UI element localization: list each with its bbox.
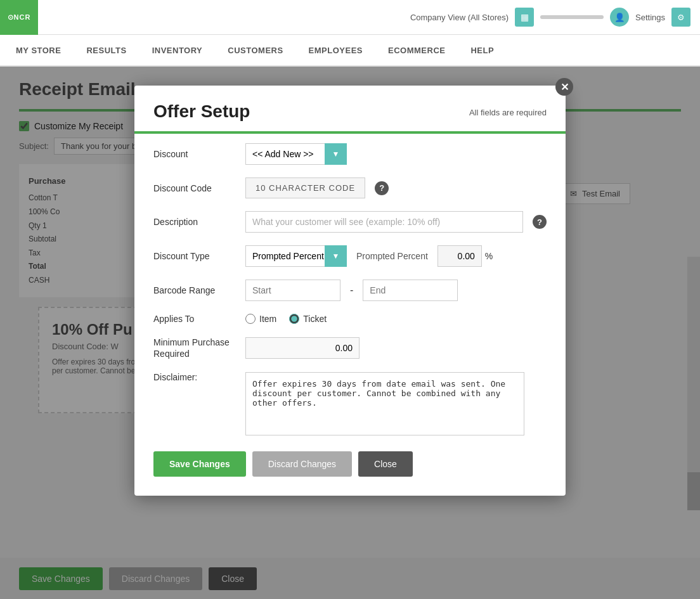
nav-item-employees[interactable]: EMPLOYEES	[306, 36, 366, 65]
modal-save-button[interactable]: Save Changes	[153, 451, 246, 477]
nav-item-my-store[interactable]: MY STORE	[13, 36, 64, 65]
discount-select[interactable]: << Add New >>	[245, 143, 347, 165]
top-bar: ⊙NCR Company View (All Stores) ▦ 👤 Setti…	[0, 0, 700, 35]
nav-item-results[interactable]: RESULTS	[83, 36, 129, 65]
prompted-percent-input[interactable]	[438, 245, 482, 267]
discount-type-row: Discount Type Prompted PercentFixed Amou…	[153, 245, 547, 267]
form-area: Discount << Add New >> ▼ Discount Code 1…	[134, 143, 566, 435]
minimum-purchase-row: Minimum Purchase Required	[153, 337, 547, 359]
discount-code-row: Discount Code 10 CHARACTER CODE ?	[153, 177, 547, 198]
modal-overlay: ✕ Offer Setup All fields are required Di…	[0, 67, 700, 599]
description-row: Description ?	[153, 211, 547, 233]
discount-type-label: Discount Type	[153, 251, 236, 261]
nav-bar: MY STORE RESULTS INVENTORY CUSTOMERS EMP…	[0, 35, 700, 67]
applies-to-ticket-radio[interactable]	[289, 314, 299, 324]
user-name-blur	[540, 15, 604, 19]
percent-symbol: %	[485, 251, 493, 261]
discount-code-label: Discount Code	[153, 183, 236, 193]
barcode-range-row: Barcode Range -	[153, 280, 547, 301]
barcode-end-input[interactable]	[363, 280, 458, 301]
discount-row: Discount << Add New >> ▼	[153, 143, 547, 165]
modal-close-button[interactable]: Close	[358, 451, 413, 477]
discount-code-display: 10 CHARACTER CODE	[245, 177, 365, 198]
ncr-logo: ⊙NCR	[0, 0, 38, 35]
barcode-dash: -	[350, 285, 353, 296]
nav-item-inventory[interactable]: INVENTORY	[149, 36, 206, 65]
avatar-button[interactable]: 👤	[610, 8, 629, 27]
applies-to-item-text: Item	[259, 314, 276, 324]
barcode-range-label: Barcode Range	[153, 285, 236, 295]
discount-label: Discount	[153, 149, 236, 159]
description-label: Description	[153, 217, 236, 227]
discount-type-select[interactable]: Prompted PercentFixed AmountPercent Off	[245, 245, 347, 267]
discount-type-select-wrapper: Prompted PercentFixed AmountPercent Off …	[245, 245, 347, 267]
description-help-icon[interactable]: ?	[533, 215, 547, 229]
minimum-purchase-input[interactable]	[245, 337, 360, 359]
applies-to-radio-group: Item Ticket	[245, 314, 327, 324]
page-background: Receipt Email Customize My Receipt Subje…	[0, 67, 700, 599]
modal-discard-button[interactable]: Discard Changes	[252, 451, 352, 477]
disclaimer-textarea[interactable]: Offer expires 30 days from date email wa…	[245, 372, 524, 435]
settings-gear-icon[interactable]: ⚙	[671, 8, 690, 27]
description-input[interactable]	[245, 211, 523, 233]
modal-footer: Save Changes Discard Changes Close	[134, 451, 566, 477]
applies-to-row: Applies To Item Ticket	[153, 314, 547, 324]
applies-to-ticket-label[interactable]: Ticket	[289, 314, 327, 324]
disclaimer-row: Disclaimer: Offer expires 30 days from d…	[153, 372, 547, 435]
modal-header: Offer Setup All fields are required	[134, 86, 566, 122]
applies-to-item-label[interactable]: Item	[245, 314, 276, 324]
discount-select-wrapper: << Add New >> ▼	[245, 143, 347, 165]
nav-item-ecommerce[interactable]: ECOMMERCE	[385, 36, 448, 65]
prompted-percent-input-wrap: %	[438, 245, 493, 267]
disclaimer-label: Disclaimer:	[153, 372, 236, 382]
offer-setup-modal: ✕ Offer Setup All fields are required Di…	[134, 86, 566, 496]
nav-item-customers[interactable]: CUSTOMERS	[224, 36, 286, 65]
modal-close-x-button[interactable]: ✕	[555, 78, 573, 96]
modal-required-text: All fields are required	[469, 108, 547, 117]
top-bar-center: Company View (All Stores) ▦ 👤 Settings ⚙	[44, 8, 690, 27]
applies-to-ticket-text: Ticket	[303, 314, 327, 324]
minimum-purchase-label: Minimum Purchase Required	[153, 337, 236, 359]
discount-code-help-icon[interactable]: ?	[375, 181, 389, 195]
store-view-button[interactable]: ▦	[515, 8, 534, 27]
barcode-start-input[interactable]	[245, 280, 340, 301]
applies-to-label: Applies To	[153, 314, 236, 324]
settings-label: Settings	[635, 13, 665, 22]
nav-item-help[interactable]: HELP	[467, 36, 497, 65]
applies-to-item-radio[interactable]	[245, 314, 256, 324]
company-view-label: Company View (All Stores)	[410, 13, 509, 22]
modal-title: Offer Setup	[153, 101, 250, 122]
prompted-percent-label: Prompted Percent	[356, 251, 428, 261]
modal-green-divider	[134, 131, 566, 134]
